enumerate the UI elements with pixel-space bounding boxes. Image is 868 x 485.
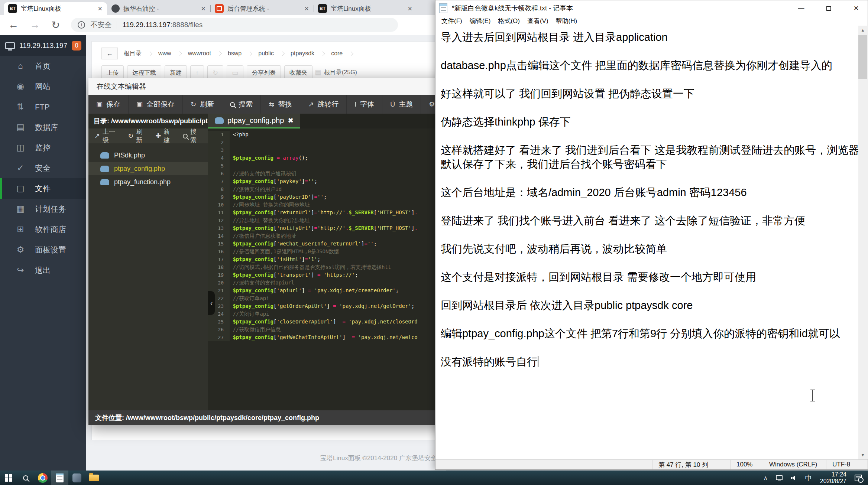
scroll-down-icon[interactable]: ▼ (858, 450, 867, 459)
network-icon[interactable] (776, 475, 783, 480)
message-badge[interactable]: 0 (72, 41, 81, 51)
taskbar-app-button[interactable] (68, 471, 85, 485)
tab-close-icon[interactable]: ✕ (408, 5, 412, 12)
menu-item-查看(V)[interactable]: 查看(V) (524, 17, 552, 25)
server-header[interactable]: 119.29.113.197 0 (0, 35, 86, 56)
sidebar-item-监控[interactable]: ◫监控 (0, 137, 86, 158)
editor-toolbar-label: 跳转行 (317, 100, 339, 109)
browser-tab[interactable]: 后台管理系统 -✕ (210, 2, 314, 15)
tab-title: 宝塔Linux面板 (21, 4, 94, 13)
screen: BT宝塔Linux面板✕振华石油控 -✕后台管理系统 -✕BT宝塔Linux面板… (0, 0, 868, 485)
browser-tab[interactable]: 振华石油控 -✕ (107, 2, 210, 15)
tree-file-item[interactable]: ptpay_config.php (88, 162, 208, 175)
sidebar-item-退出[interactable]: ↪退出 (0, 260, 86, 280)
breadcrumb-item[interactable]: ptpaysdk (285, 48, 320, 59)
notepad-scrollbar[interactable]: ▲ ▼ (858, 26, 867, 459)
line-number: 18 (208, 263, 230, 271)
code-token: 'apiurl' (276, 287, 301, 293)
breadcrumb-item[interactable]: public (252, 48, 280, 59)
tab-close-icon[interactable]: ✕ (98, 5, 103, 12)
info-icon[interactable]: i (78, 21, 85, 29)
code-token: $ptpay_config (233, 241, 273, 247)
code-text: <?php (230, 131, 249, 139)
bt-favicon: BT (8, 4, 17, 13)
sidebar-item-网站[interactable]: ◉网站 (0, 76, 86, 97)
code-token: //访问模式,根据自己的服务器是否支持ssl访问，若支持请选择htt (233, 264, 391, 270)
breadcrumb-item[interactable]: wwwroot (182, 48, 217, 59)
breadcrumb: ← 根目录wwwwwwrootbswppublicptpaysdkcore (101, 48, 446, 59)
editor-toolbar-字体[interactable]: I字体 (347, 95, 382, 114)
breadcrumb-item[interactable]: core (325, 48, 349, 59)
breadcrumb-item[interactable]: bswp (222, 48, 247, 59)
collapse-tree-handle[interactable]: ‹ (208, 291, 215, 315)
scroll-up-icon[interactable]: ▲ (858, 26, 867, 35)
notepad-text-area[interactable]: 导入进去后回到网站根目录 进入目录applicationdatabase.php… (435, 26, 868, 459)
editor-toolbar-替换[interactable]: ⇆替换 (261, 95, 300, 114)
code-text: //获取订单api (230, 294, 269, 302)
breadcrumb-item[interactable]: www (152, 48, 177, 59)
notepad-icon (56, 473, 64, 482)
code-token (355, 334, 358, 340)
action-center-icon[interactable] (855, 475, 862, 481)
forward-icon[interactable]: → (30, 19, 40, 31)
sidebar-item-FTP[interactable]: ⇅FTP (0, 97, 86, 117)
tree-toolbar-新建[interactable]: ✚新建 (155, 127, 175, 144)
breadcrumb-item[interactable]: 根目录 (118, 48, 148, 59)
tree-file-item[interactable]: PtSdk.php (88, 149, 208, 162)
code-token: ] (311, 209, 314, 215)
reload-icon[interactable]: ↻ (51, 19, 60, 31)
menu-item-文件(F)[interactable]: 文件(F) (438, 17, 466, 25)
code-token: ] (311, 194, 314, 200)
sidebar-item-数据库[interactable]: ▤数据库 (0, 117, 86, 137)
tray-expand-icon[interactable]: ∧ (764, 475, 768, 481)
tab-close-icon[interactable]: ✕ (304, 5, 309, 12)
tree-file-item[interactable]: ptpay_function.php (88, 175, 208, 189)
sidebar-item-文件[interactable]: ▢文件 (0, 178, 86, 199)
browser-tab[interactable]: BT宝塔Linux面板✕ (4, 2, 107, 15)
taskbar-chrome-button[interactable] (34, 471, 51, 485)
menu-item-编辑(E)[interactable]: 编辑(E) (466, 17, 495, 25)
editor-toolbar-保存[interactable]: ▣保存 (88, 95, 129, 114)
sidebar-item-计划任务[interactable]: ▦计划任务 (0, 199, 86, 219)
code-token: $ptpay_config (233, 155, 273, 161)
clock[interactable]: 17:24 2020/8/27 (820, 471, 846, 485)
taskbar-search-button[interactable] (17, 471, 34, 485)
scrollbar-thumb[interactable] (858, 35, 867, 79)
code-token: $ptpay_config (233, 256, 273, 262)
sidebar-item-面板设置[interactable]: ⚙面板设置 (0, 240, 86, 260)
address-bar[interactable]: i 不安全 119.29.113.197:8888/files (71, 18, 398, 32)
tab-close-icon[interactable]: ✖ (288, 116, 294, 125)
editor-tab[interactable]: ptpay_config.php ✖ (208, 114, 300, 128)
editor-toolbar-跳转行[interactable]: ↗跳转行 (300, 95, 347, 114)
editor-toolbar-搜索[interactable]: 搜索 (222, 95, 261, 114)
taskbar-notepad-button[interactable] (51, 471, 68, 485)
minimize-button[interactable]: — (790, 0, 813, 16)
sidebar-item-安全[interactable]: ✓安全 (0, 158, 86, 178)
sidebar-item-软件商店[interactable]: ⊞软件商店 (0, 219, 86, 240)
tree-toolbar-搜索[interactable]: 搜索 (183, 127, 202, 144)
maximize-button[interactable] (817, 0, 840, 16)
menu-item-格式(O)[interactable]: 格式(O) (494, 17, 524, 25)
disk-selector[interactable]: ▤ 根目录(25G) (315, 68, 357, 77)
code-token: 'HTTP_HOST' (377, 209, 411, 215)
ime-indicator[interactable]: 中 (805, 473, 812, 482)
start-button[interactable] (0, 471, 17, 485)
volume-icon[interactable] (791, 475, 797, 481)
tree-toolbar-刷新[interactable]: ↻刷新 (128, 127, 148, 144)
back-icon[interactable]: ← (8, 19, 19, 31)
close-button[interactable]: ✕ (845, 0, 868, 16)
tree-toolbar-上一级[interactable]: ↗上一级 (94, 127, 120, 144)
taskbar-explorer-button[interactable] (85, 471, 103, 485)
code-token (311, 287, 314, 293)
tab-close-icon[interactable]: ✕ (201, 5, 206, 12)
editor-toolbar-主题[interactable]: Ü主题 (382, 95, 421, 114)
sidebar-item-首页[interactable]: ⌂首页 (0, 56, 86, 76)
menu-item-帮助(H)[interactable]: 帮助(H) (552, 17, 581, 25)
editor-toolbar-全部保存[interactable]: ▣全部保存 (129, 95, 183, 114)
notepad-titlebar[interactable]: *新版白色微盘k线无卡顿教程.txt - 记事本 — ✕ (435, 0, 868, 16)
code-text (230, 162, 233, 170)
editor-toolbar-刷新[interactable]: ↻刷新 (183, 95, 222, 114)
code-text: //访问模式,根据自己的服务器是否支持ssl访问，若支持请选择htt (230, 263, 391, 271)
browser-tab[interactable]: BT宝塔Linux面板✕ (314, 2, 417, 15)
breadcrumb-back-button[interactable]: ← (101, 48, 118, 59)
